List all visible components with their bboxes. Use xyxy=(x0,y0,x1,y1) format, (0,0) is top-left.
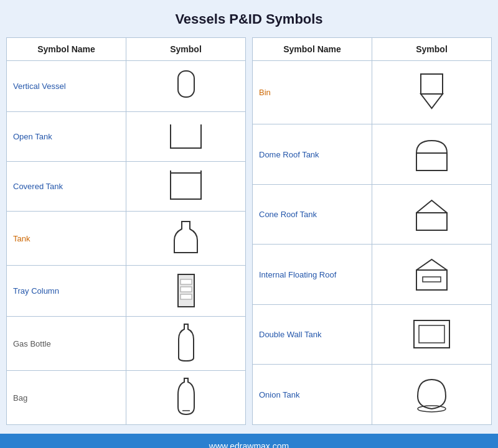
symbol-bag xyxy=(126,371,246,425)
svg-rect-14 xyxy=(416,153,447,170)
svg-rect-6 xyxy=(181,279,192,284)
svg-rect-8 xyxy=(181,294,192,299)
right-table: Symbol Name Symbol Bin xyxy=(252,37,492,425)
svg-rect-16 xyxy=(416,270,447,290)
svg-rect-15 xyxy=(416,213,447,230)
table-row: Onion Tank xyxy=(253,365,492,425)
name-open-tank: Open Tank xyxy=(7,112,126,162)
name-cone-roof-tank: Cone Roof Tank xyxy=(253,184,372,245)
symbol-onion-tank xyxy=(372,365,492,425)
svg-rect-0 xyxy=(178,71,194,97)
name-onion-tank: Onion Tank xyxy=(253,365,372,425)
symbol-internal-floating-roof xyxy=(372,245,492,305)
table-row: Bin xyxy=(253,61,492,124)
table-row: Tank xyxy=(7,212,246,266)
name-internal-floating-roof: Internal Floating Roof xyxy=(253,245,372,305)
page-title: Vessels P&ID Symbols xyxy=(175,11,322,27)
table-row: Covered Tank xyxy=(7,162,246,212)
symbol-open-tank xyxy=(126,112,246,162)
name-double-wall-tank: Double Wall Tank xyxy=(253,304,372,365)
svg-marker-13 xyxy=(421,94,443,108)
table-row: Gas Bottle xyxy=(7,317,246,371)
table-row: Double Wall Tank xyxy=(253,304,492,365)
name-tank: Tank xyxy=(7,212,126,266)
table-row: Vertical Vessel xyxy=(7,61,246,112)
symbol-tray-column xyxy=(126,266,246,317)
table-row: Dome Roof Tank xyxy=(253,124,492,185)
svg-rect-1 xyxy=(171,173,201,199)
name-covered-tank: Covered Tank xyxy=(7,162,126,212)
symbol-double-wall-tank xyxy=(372,304,492,365)
symbol-bin xyxy=(372,61,492,124)
table-row: Tray Column xyxy=(7,266,246,317)
footer: www.edrawmax.com xyxy=(0,434,498,448)
name-bin: Bin xyxy=(253,61,372,124)
name-vertical-vessel: Vertical Vessel xyxy=(7,61,126,112)
svg-rect-19 xyxy=(419,325,444,343)
symbol-cone-roof-tank xyxy=(372,184,492,245)
name-dome-roof-tank: Dome Roof Tank xyxy=(253,124,372,185)
svg-rect-7 xyxy=(181,287,192,292)
symbol-vertical-vessel xyxy=(126,61,246,112)
svg-rect-17 xyxy=(423,277,441,282)
symbol-covered-tank xyxy=(126,162,246,212)
left-col2-header: Symbol xyxy=(126,38,246,61)
right-col2-header: Symbol xyxy=(372,38,492,61)
table-row: Open Tank xyxy=(7,112,246,162)
tables-row: Symbol Name Symbol Vertical Vessel Open xyxy=(6,37,492,425)
table-row: Cone Roof Tank xyxy=(253,184,492,245)
left-table: Symbol Name Symbol Vertical Vessel Open xyxy=(6,37,246,425)
left-col1-header: Symbol Name xyxy=(7,38,126,61)
symbol-gas-bottle xyxy=(126,317,246,371)
name-gas-bottle: Gas Bottle xyxy=(7,317,126,371)
table-row: Bag xyxy=(7,371,246,425)
name-bag: Bag xyxy=(7,371,126,425)
table-row: Internal Floating Roof xyxy=(253,245,492,305)
right-col1-header: Symbol Name xyxy=(253,38,372,61)
symbol-tank xyxy=(126,212,246,266)
symbol-dome-roof-tank xyxy=(372,124,492,185)
name-tray-column: Tray Column xyxy=(7,266,126,317)
svg-rect-12 xyxy=(421,74,443,94)
